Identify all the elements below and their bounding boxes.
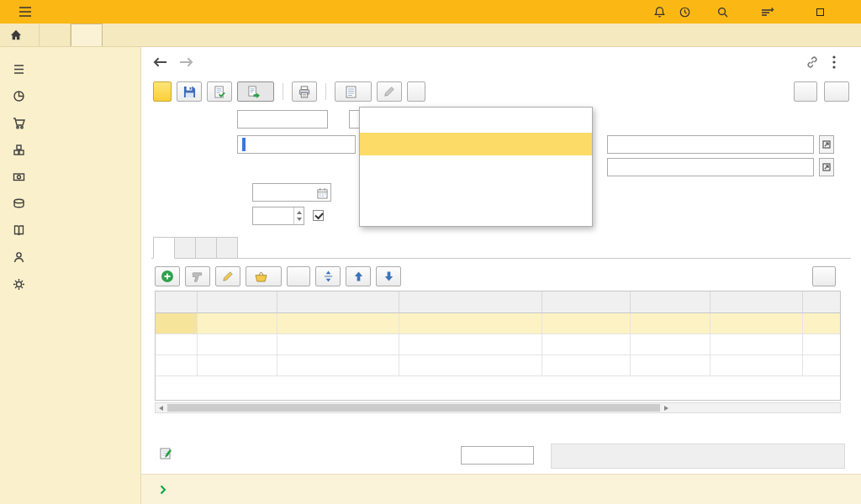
column-header[interactable] [542, 291, 631, 313]
fill-prices-button[interactable] [287, 266, 310, 286]
scroll-thumb[interactable] [167, 404, 660, 412]
perpetual-checkbox[interactable] [313, 210, 324, 221]
cell-n[interactable] [156, 313, 198, 334]
cell-total[interactable] [803, 313, 841, 334]
more-button[interactable] [794, 81, 817, 102]
based-on-menu-item[interactable] [360, 155, 592, 178]
sidebar-item-sales[interactable] [0, 163, 140, 190]
save-button[interactable] [177, 81, 202, 102]
warehouse-select[interactable] [607, 158, 814, 176]
cell-unit[interactable] [631, 355, 710, 376]
tab-supplier-orders-list[interactable] [40, 24, 71, 46]
create-based-on-button[interactable] [237, 81, 274, 102]
overdue-days-stepper[interactable] [252, 207, 304, 225]
column-header[interactable] [803, 291, 841, 313]
received-input[interactable] [461, 446, 534, 465]
back-button[interactable] [153, 57, 167, 67]
add-row-button[interactable] [155, 266, 180, 286]
sidebar-item-nsi[interactable] [0, 217, 140, 244]
cell-price[interactable] [710, 334, 803, 355]
edit-note-icon[interactable] [160, 447, 173, 460]
maximize-button[interactable] [813, 6, 827, 18]
reports-menu-button[interactable] [335, 81, 372, 102]
cell-article[interactable] [198, 313, 277, 334]
cell-characteristic[interactable] [399, 334, 542, 355]
pick-goods-button[interactable] [246, 266, 282, 286]
tab-goods[interactable] [153, 237, 175, 259]
post-document-button[interactable] [207, 81, 232, 102]
items-more-button[interactable] [812, 266, 836, 286]
tab-additional[interactable] [195, 237, 217, 259]
tab-home[interactable] [0, 24, 40, 46]
fit-rows-button[interactable] [315, 266, 341, 286]
forward-button[interactable] [179, 57, 193, 67]
sidebar-item-purchases[interactable] [0, 109, 140, 136]
supplier-input[interactable] [237, 135, 356, 154]
cell-item-name[interactable] [277, 334, 399, 355]
cell-n[interactable] [156, 334, 198, 355]
cell-item-name[interactable] [277, 355, 399, 376]
more-menu-icon[interactable] [832, 55, 836, 69]
column-header[interactable] [156, 291, 198, 313]
based-on-menu-item[interactable] [360, 201, 592, 223]
history-icon[interactable] [679, 6, 691, 18]
cell-quantity[interactable] [542, 313, 631, 334]
payment-offset-button[interactable] [407, 81, 425, 102]
column-header[interactable] [710, 291, 803, 313]
sidebar-item-finance[interactable] [0, 190, 140, 217]
edit-row-button[interactable] [215, 266, 240, 286]
warehouse-open-button[interactable] [819, 158, 834, 176]
tab-supplier-order-document[interactable] [71, 24, 103, 46]
cell-article[interactable] [198, 355, 277, 376]
based-on-menu-item[interactable] [360, 178, 592, 201]
move-down-button[interactable] [376, 266, 401, 286]
column-header[interactable] [399, 291, 542, 313]
cell-total[interactable] [803, 334, 841, 355]
sidebar-item-personnel[interactable] [0, 244, 140, 270]
cell-characteristic[interactable] [399, 313, 542, 334]
connection-status-icon[interactable] [761, 7, 774, 17]
cell-price[interactable] [710, 355, 803, 376]
receipt-date-input[interactable] [252, 183, 331, 202]
horizontal-scrollbar[interactable] [155, 402, 841, 413]
cell-total[interactable] [803, 355, 841, 376]
number-input[interactable] [237, 110, 328, 129]
cell-quantity[interactable] [542, 334, 631, 355]
column-header[interactable] [277, 291, 399, 313]
cell-characteristic[interactable] [399, 355, 542, 376]
store-open-button[interactable] [819, 135, 834, 154]
based-on-menu-item[interactable] [360, 110, 592, 133]
post-and-close-button[interactable] [153, 81, 172, 102]
based-on-menu-item[interactable] [360, 133, 592, 155]
sidebar-item-administration[interactable] [0, 270, 140, 297]
scroll-left-button[interactable] [156, 403, 167, 412]
cell-price[interactable] [710, 313, 803, 334]
sidebar-item-warehouse[interactable] [0, 136, 140, 163]
edit-button[interactable] [377, 81, 402, 102]
cell-unit[interactable] [631, 313, 710, 334]
search-icon[interactable] [716, 6, 729, 18]
column-header[interactable] [631, 291, 710, 313]
scanner-button[interactable] [185, 266, 210, 286]
cell-article[interactable] [198, 334, 277, 355]
sidebar-item-main[interactable] [0, 55, 140, 82]
get-link-icon[interactable] [806, 55, 819, 69]
calendar-icon[interactable] [317, 187, 328, 202]
notifications-bell-icon[interactable] [653, 6, 666, 18]
cell-n[interactable] [156, 355, 198, 376]
payment-due-link[interactable] [160, 485, 173, 495]
print-button[interactable] [292, 81, 317, 102]
store-select[interactable] [607, 135, 814, 154]
help-button[interactable] [824, 81, 849, 102]
cell-quantity[interactable] [542, 355, 631, 376]
column-header[interactable] [198, 291, 277, 313]
cell-item-name[interactable] [277, 313, 399, 334]
sidebar-item-marketing[interactable] [0, 82, 140, 109]
tab-payment-stages[interactable] [174, 237, 196, 259]
main-menu-icon[interactable] [18, 6, 32, 18]
scroll-right-button[interactable] [660, 403, 672, 412]
cell-unit[interactable] [631, 334, 710, 355]
move-up-button[interactable] [346, 266, 371, 286]
tab-comment[interactable] [216, 237, 238, 259]
stepper-arrows-icon[interactable] [293, 207, 304, 224]
